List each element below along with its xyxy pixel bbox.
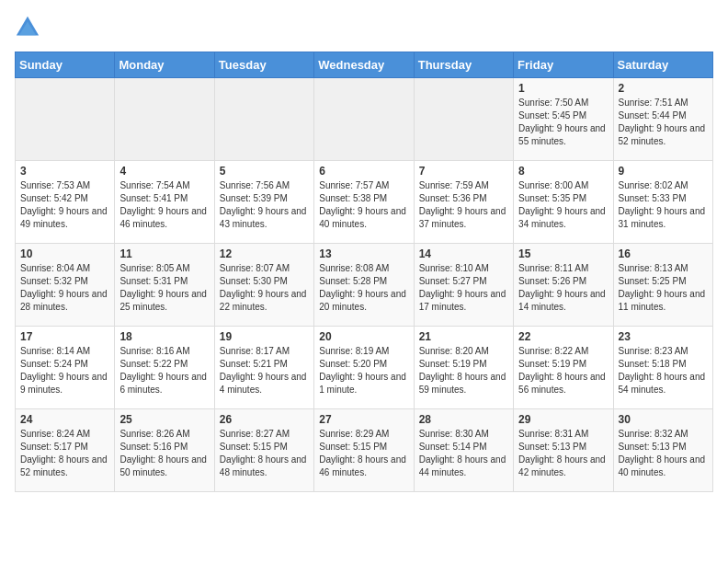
calendar-day-cell: 24Sunrise: 8:24 AMSunset: 5:17 PMDayligh… (16, 409, 115, 492)
calendar-day-cell: 10Sunrise: 8:04 AMSunset: 5:32 PMDayligh… (16, 244, 115, 327)
day-info: Sunrise: 8:16 AMSunset: 5:22 PMDaylight:… (119, 345, 209, 396)
calendar-day-cell: 19Sunrise: 8:17 AMSunset: 5:21 PMDayligh… (214, 327, 313, 409)
calendar-day-cell (314, 78, 414, 161)
day-number: 9 (619, 165, 708, 178)
day-number: 1 (518, 82, 608, 95)
day-info: Sunrise: 7:59 AMSunset: 5:36 PMDaylight:… (419, 179, 508, 231)
logo (15, 15, 44, 40)
day-info: Sunrise: 8:31 AMSunset: 5:13 PMDaylight:… (518, 428, 608, 479)
calendar-day-cell: 4Sunrise: 7:54 AMSunset: 5:41 PMDaylight… (115, 161, 214, 244)
calendar-table: SundayMondayTuesdayWednesdayThursdayFrid… (15, 52, 713, 492)
calendar-day-cell: 2Sunrise: 7:51 AMSunset: 5:44 PMDaylight… (613, 78, 712, 161)
day-number: 21 (419, 330, 508, 343)
calendar-day-cell: 23Sunrise: 8:23 AMSunset: 5:18 PMDayligh… (613, 327, 712, 409)
day-number: 25 (119, 413, 209, 426)
weekday-header: Thursday (414, 52, 513, 78)
day-info: Sunrise: 8:22 AMSunset: 5:19 PMDaylight:… (518, 345, 608, 396)
calendar-week-row: 24Sunrise: 8:24 AMSunset: 5:17 PMDayligh… (16, 409, 713, 492)
day-info: Sunrise: 8:32 AMSunset: 5:13 PMDaylight:… (619, 428, 708, 479)
day-info: Sunrise: 8:29 AMSunset: 5:15 PMDaylight:… (319, 428, 408, 479)
calendar-week-row: 3Sunrise: 7:53 AMSunset: 5:42 PMDaylight… (16, 161, 713, 244)
day-number: 11 (119, 247, 209, 260)
day-info: Sunrise: 8:05 AMSunset: 5:31 PMDaylight:… (119, 262, 209, 314)
day-info: Sunrise: 8:14 AMSunset: 5:24 PMDaylight:… (20, 345, 109, 396)
calendar-day-cell: 11Sunrise: 8:05 AMSunset: 5:31 PMDayligh… (115, 244, 214, 327)
calendar-day-cell: 28Sunrise: 8:30 AMSunset: 5:14 PMDayligh… (414, 409, 513, 492)
calendar-day-cell: 13Sunrise: 8:08 AMSunset: 5:28 PMDayligh… (314, 244, 414, 327)
day-number: 22 (518, 330, 608, 343)
day-info: Sunrise: 8:24 AMSunset: 5:17 PMDaylight:… (20, 428, 109, 479)
day-number: 4 (119, 165, 209, 178)
day-info: Sunrise: 7:57 AMSunset: 5:38 PMDaylight:… (319, 179, 408, 231)
calendar-week-row: 17Sunrise: 8:14 AMSunset: 5:24 PMDayligh… (16, 327, 713, 409)
header (15, 15, 713, 40)
calendar-day-cell: 15Sunrise: 8:11 AMSunset: 5:26 PMDayligh… (514, 244, 613, 327)
calendar-day-cell: 30Sunrise: 8:32 AMSunset: 5:13 PMDayligh… (613, 409, 712, 492)
day-info: Sunrise: 7:53 AMSunset: 5:42 PMDaylight:… (20, 179, 109, 231)
day-number: 29 (518, 413, 608, 426)
calendar-day-cell: 17Sunrise: 8:14 AMSunset: 5:24 PMDayligh… (16, 327, 115, 409)
calendar-day-cell: 12Sunrise: 8:07 AMSunset: 5:30 PMDayligh… (214, 244, 313, 327)
day-number: 28 (419, 413, 508, 426)
weekday-header-row: SundayMondayTuesdayWednesdayThursdayFrid… (16, 52, 713, 78)
day-number: 17 (20, 330, 109, 343)
day-info: Sunrise: 8:08 AMSunset: 5:28 PMDaylight:… (319, 262, 408, 314)
calendar-week-row: 1Sunrise: 7:50 AMSunset: 5:45 PMDaylight… (16, 78, 713, 161)
calendar-day-cell: 5Sunrise: 7:56 AMSunset: 5:39 PMDaylight… (214, 161, 313, 244)
calendar-day-cell: 14Sunrise: 8:10 AMSunset: 5:27 PMDayligh… (414, 244, 513, 327)
day-info: Sunrise: 8:11 AMSunset: 5:26 PMDaylight:… (518, 262, 608, 314)
day-number: 26 (220, 413, 309, 426)
day-info: Sunrise: 8:19 AMSunset: 5:20 PMDaylight:… (319, 345, 408, 396)
day-info: Sunrise: 8:23 AMSunset: 5:18 PMDaylight:… (619, 345, 708, 396)
day-number: 13 (319, 247, 408, 260)
day-number: 30 (619, 413, 708, 426)
calendar-day-cell: 26Sunrise: 8:27 AMSunset: 5:15 PMDayligh… (214, 409, 313, 492)
day-info: Sunrise: 8:04 AMSunset: 5:32 PMDaylight:… (20, 262, 109, 314)
weekday-header: Wednesday (314, 52, 414, 78)
calendar-day-cell: 16Sunrise: 8:13 AMSunset: 5:25 PMDayligh… (613, 244, 712, 327)
day-info: Sunrise: 7:51 AMSunset: 5:44 PMDaylight:… (619, 97, 708, 148)
calendar-day-cell: 29Sunrise: 8:31 AMSunset: 5:13 PMDayligh… (514, 409, 613, 492)
calendar-day-cell: 1Sunrise: 7:50 AMSunset: 5:45 PMDaylight… (514, 78, 613, 161)
weekday-header: Tuesday (214, 52, 313, 78)
day-number: 19 (220, 330, 309, 343)
day-number: 24 (20, 413, 109, 426)
day-number: 8 (518, 165, 608, 178)
day-number: 12 (220, 247, 309, 260)
day-number: 2 (619, 82, 708, 95)
calendar-day-cell: 9Sunrise: 8:02 AMSunset: 5:33 PMDaylight… (613, 161, 712, 244)
day-info: Sunrise: 8:30 AMSunset: 5:14 PMDaylight:… (419, 428, 508, 479)
calendar-day-cell (16, 78, 115, 161)
day-number: 15 (518, 247, 608, 260)
day-info: Sunrise: 8:26 AMSunset: 5:16 PMDaylight:… (119, 428, 209, 479)
logo-icon (15, 15, 40, 40)
day-number: 14 (419, 247, 508, 260)
day-number: 18 (119, 330, 209, 343)
day-info: Sunrise: 8:10 AMSunset: 5:27 PMDaylight:… (419, 262, 508, 314)
calendar-day-cell (214, 78, 313, 161)
weekday-header: Saturday (613, 52, 712, 78)
calendar-day-cell: 8Sunrise: 8:00 AMSunset: 5:35 PMDaylight… (514, 161, 613, 244)
calendar-day-cell: 22Sunrise: 8:22 AMSunset: 5:19 PMDayligh… (514, 327, 613, 409)
calendar-day-cell: 25Sunrise: 8:26 AMSunset: 5:16 PMDayligh… (115, 409, 214, 492)
day-number: 7 (419, 165, 508, 178)
day-number: 3 (20, 165, 109, 178)
calendar-day-cell (414, 78, 513, 161)
day-info: Sunrise: 8:02 AMSunset: 5:33 PMDaylight:… (619, 179, 708, 231)
calendar-day-cell: 18Sunrise: 8:16 AMSunset: 5:22 PMDayligh… (115, 327, 214, 409)
calendar-day-cell (115, 78, 214, 161)
calendar-day-cell: 20Sunrise: 8:19 AMSunset: 5:20 PMDayligh… (314, 327, 414, 409)
calendar-day-cell: 21Sunrise: 8:20 AMSunset: 5:19 PMDayligh… (414, 327, 513, 409)
day-number: 10 (20, 247, 109, 260)
calendar-day-cell: 7Sunrise: 7:59 AMSunset: 5:36 PMDaylight… (414, 161, 513, 244)
day-info: Sunrise: 8:17 AMSunset: 5:21 PMDaylight:… (220, 345, 309, 396)
weekday-header: Sunday (16, 52, 115, 78)
weekday-header: Friday (514, 52, 613, 78)
weekday-header: Monday (115, 52, 214, 78)
day-number: 20 (319, 330, 408, 343)
calendar-day-cell: 27Sunrise: 8:29 AMSunset: 5:15 PMDayligh… (314, 409, 414, 492)
day-info: Sunrise: 7:56 AMSunset: 5:39 PMDaylight:… (220, 179, 309, 231)
day-info: Sunrise: 8:20 AMSunset: 5:19 PMDaylight:… (419, 345, 508, 396)
calendar-day-cell: 3Sunrise: 7:53 AMSunset: 5:42 PMDaylight… (16, 161, 115, 244)
day-number: 5 (220, 165, 309, 178)
